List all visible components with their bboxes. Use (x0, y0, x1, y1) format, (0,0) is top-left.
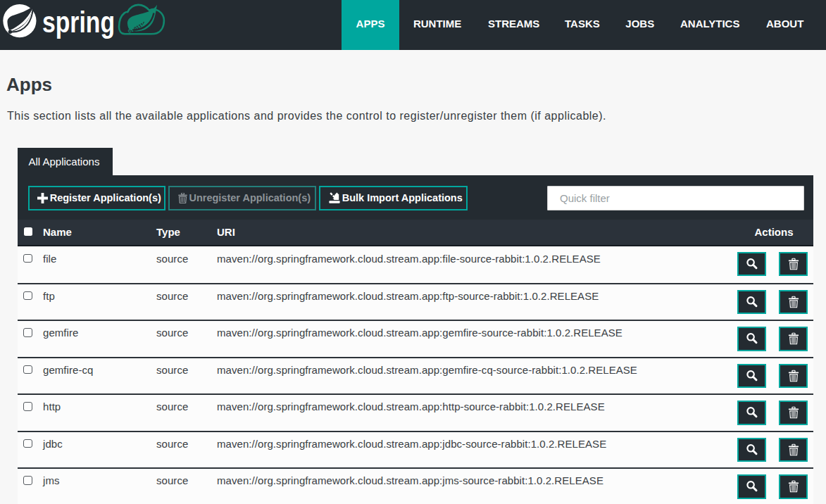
svg-text:spring: spring (42, 6, 115, 39)
